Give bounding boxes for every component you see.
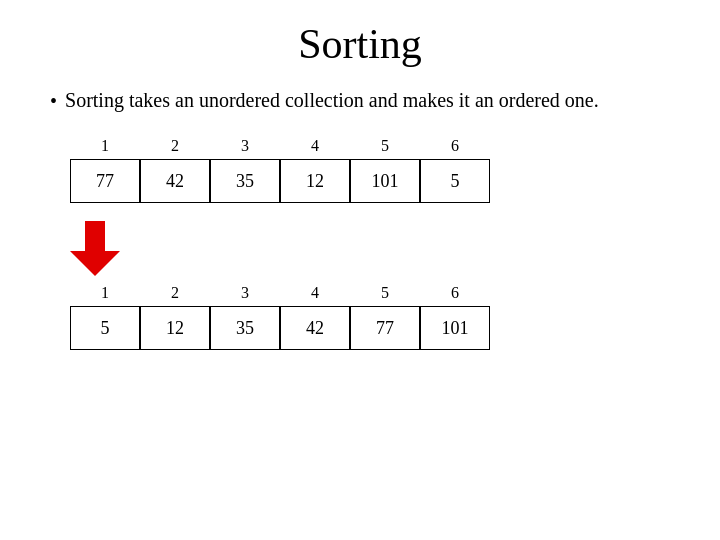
- arrow-container: [40, 221, 680, 276]
- array1-value-row: 77 42 35 12 101 5: [70, 159, 680, 203]
- description-text: • Sorting takes an unordered collection …: [40, 86, 599, 115]
- array2-cell-4: 42: [280, 306, 350, 350]
- array1-cell-1: 77: [70, 159, 140, 203]
- array2-index-row: 1 2 3 4 5 6: [70, 284, 680, 302]
- array2-index-5: 5: [350, 284, 420, 302]
- array2-index-6: 6: [420, 284, 490, 302]
- down-arrow-icon: [70, 221, 120, 276]
- array1-cell-3: 35: [210, 159, 280, 203]
- array2-cell-5: 77: [350, 306, 420, 350]
- array2-cell-2: 12: [140, 306, 210, 350]
- array2-index-3: 3: [210, 284, 280, 302]
- array1-cell-4: 12: [280, 159, 350, 203]
- array1-cell-2: 42: [140, 159, 210, 203]
- array1-index-4: 4: [280, 137, 350, 155]
- array2-index-4: 4: [280, 284, 350, 302]
- array1-index-5: 5: [350, 137, 420, 155]
- svg-marker-0: [70, 221, 120, 276]
- array1-index-row: 1 2 3 4 5 6: [70, 137, 680, 155]
- array1-index-1: 1: [70, 137, 140, 155]
- array1-cell-5: 101: [350, 159, 420, 203]
- description-label: Sorting takes an unordered collection an…: [65, 86, 599, 114]
- array2-cell-3: 35: [210, 306, 280, 350]
- array1-index-3: 3: [210, 137, 280, 155]
- array-after-section: 1 2 3 4 5 6 5 12 35 42 77 101: [40, 284, 680, 350]
- array-before-section: 1 2 3 4 5 6 77 42 35 12 101 5: [40, 137, 680, 203]
- array1-cell-6: 5: [420, 159, 490, 203]
- array2-index-2: 2: [140, 284, 210, 302]
- page-title: Sorting: [40, 20, 680, 68]
- array1-index-2: 2: [140, 137, 210, 155]
- page: Sorting • Sorting takes an unordered col…: [0, 0, 720, 540]
- array2-value-row: 5 12 35 42 77 101: [70, 306, 680, 350]
- bullet-icon: •: [50, 87, 57, 115]
- array2-cell-6: 101: [420, 306, 490, 350]
- array1-index-6: 6: [420, 137, 490, 155]
- array2-index-1: 1: [70, 284, 140, 302]
- array2-cell-1: 5: [70, 306, 140, 350]
